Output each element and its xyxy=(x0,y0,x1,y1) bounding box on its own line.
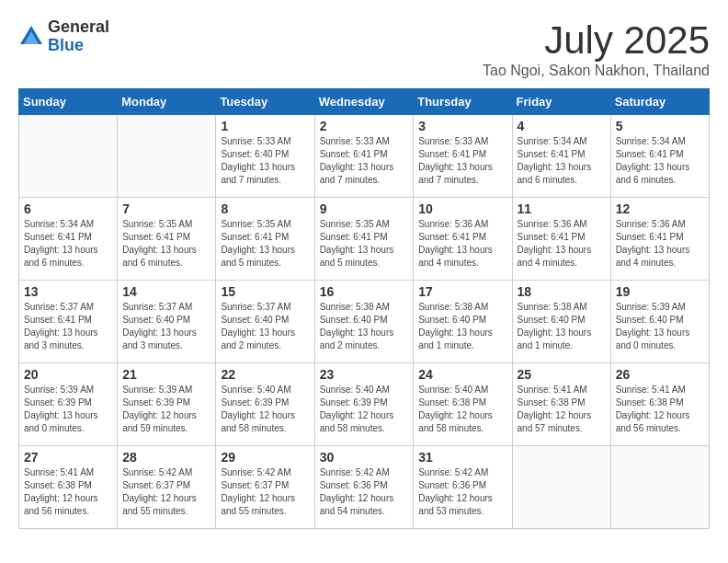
calendar-cell: 13Sunrise: 5:37 AM Sunset: 6:41 PM Dayli… xyxy=(19,281,118,363)
day-number: 20 xyxy=(24,367,112,382)
calendar-cell xyxy=(512,446,610,529)
day-number: 15 xyxy=(221,284,309,299)
day-number: 28 xyxy=(122,450,210,465)
sub-title: Tao Ngoi, Sakon Nakhon, Thailand xyxy=(483,63,710,79)
logo-icon xyxy=(18,24,44,50)
weekday-header: Saturday xyxy=(610,89,709,115)
day-info: Sunrise: 5:37 AM Sunset: 6:41 PM Dayligh… xyxy=(24,301,112,352)
day-info: Sunrise: 5:35 AM Sunset: 6:41 PM Dayligh… xyxy=(320,218,409,270)
day-info: Sunrise: 5:39 AM Sunset: 6:39 PM Dayligh… xyxy=(122,384,210,435)
calendar-cell: 3Sunrise: 5:33 AM Sunset: 6:41 PM Daylig… xyxy=(414,115,512,198)
day-number: 23 xyxy=(320,367,409,382)
calendar-cell: 19Sunrise: 5:39 AM Sunset: 6:40 PM Dayli… xyxy=(610,281,709,363)
day-info: Sunrise: 5:41 AM Sunset: 6:38 PM Dayligh… xyxy=(518,384,606,435)
day-info: Sunrise: 5:33 AM Sunset: 6:41 PM Dayligh… xyxy=(320,135,409,187)
day-number: 27 xyxy=(24,450,112,465)
day-number: 17 xyxy=(418,284,506,299)
day-number: 3 xyxy=(418,119,506,133)
day-number: 21 xyxy=(122,367,210,382)
day-number: 14 xyxy=(122,284,210,299)
day-info: Sunrise: 5:42 AM Sunset: 6:36 PM Dayligh… xyxy=(418,466,506,518)
day-number: 25 xyxy=(518,367,606,382)
calendar-cell: 20Sunrise: 5:39 AM Sunset: 6:39 PM Dayli… xyxy=(19,363,118,446)
day-info: Sunrise: 5:40 AM Sunset: 6:39 PM Dayligh… xyxy=(221,384,309,435)
day-number: 31 xyxy=(418,450,506,465)
day-info: Sunrise: 5:41 AM Sunset: 6:38 PM Dayligh… xyxy=(24,466,112,518)
day-number: 26 xyxy=(616,367,704,382)
calendar-cell: 12Sunrise: 5:36 AM Sunset: 6:41 PM Dayli… xyxy=(610,198,709,281)
calendar-cell: 30Sunrise: 5:42 AM Sunset: 6:36 PM Dayli… xyxy=(314,446,414,529)
calendar-cell: 31Sunrise: 5:42 AM Sunset: 6:36 PM Dayli… xyxy=(414,446,512,529)
page-header: General Blue July 2025 Tao Ngoi, Sakon N… xyxy=(18,18,710,79)
day-info: Sunrise: 5:37 AM Sunset: 6:40 PM Dayligh… xyxy=(221,301,309,352)
weekday-header: Sunday xyxy=(19,89,118,115)
calendar-cell: 2Sunrise: 5:33 AM Sunset: 6:41 PM Daylig… xyxy=(314,115,414,198)
day-info: Sunrise: 5:42 AM Sunset: 6:36 PM Dayligh… xyxy=(320,466,409,518)
calendar-cell: 10Sunrise: 5:36 AM Sunset: 6:41 PM Dayli… xyxy=(414,198,512,281)
calendar-cell: 6Sunrise: 5:34 AM Sunset: 6:41 PM Daylig… xyxy=(19,198,118,281)
calendar-cell: 14Sunrise: 5:37 AM Sunset: 6:40 PM Dayli… xyxy=(118,281,216,363)
day-number: 30 xyxy=(320,450,409,465)
calendar-cell: 9Sunrise: 5:35 AM Sunset: 6:41 PM Daylig… xyxy=(314,198,414,281)
day-info: Sunrise: 5:42 AM Sunset: 6:37 PM Dayligh… xyxy=(122,466,210,518)
day-number: 22 xyxy=(221,367,309,382)
day-info: Sunrise: 5:42 AM Sunset: 6:37 PM Dayligh… xyxy=(221,466,309,518)
calendar-cell: 4Sunrise: 5:34 AM Sunset: 6:41 PM Daylig… xyxy=(512,115,610,198)
day-number: 29 xyxy=(221,450,309,465)
calendar-cell: 8Sunrise: 5:35 AM Sunset: 6:41 PM Daylig… xyxy=(216,198,314,281)
day-info: Sunrise: 5:35 AM Sunset: 6:41 PM Dayligh… xyxy=(122,218,210,270)
logo-blue: Blue xyxy=(48,37,109,55)
weekday-header: Thursday xyxy=(414,89,512,115)
calendar-cell: 16Sunrise: 5:38 AM Sunset: 6:40 PM Dayli… xyxy=(314,281,414,363)
weekday-header: Wednesday xyxy=(314,89,414,115)
calendar-cell: 26Sunrise: 5:41 AM Sunset: 6:38 PM Dayli… xyxy=(610,363,709,446)
logo: General Blue xyxy=(18,18,109,55)
day-info: Sunrise: 5:38 AM Sunset: 6:40 PM Dayligh… xyxy=(418,301,506,352)
day-info: Sunrise: 5:36 AM Sunset: 6:41 PM Dayligh… xyxy=(418,218,506,270)
day-number: 19 xyxy=(616,284,704,299)
calendar-cell xyxy=(19,115,118,198)
weekday-header: Friday xyxy=(512,89,610,115)
calendar-table: SundayMondayTuesdayWednesdayThursdayFrid… xyxy=(18,88,710,529)
day-number: 8 xyxy=(221,201,309,216)
calendar-cell: 25Sunrise: 5:41 AM Sunset: 6:38 PM Dayli… xyxy=(512,363,610,446)
calendar-cell: 18Sunrise: 5:38 AM Sunset: 6:40 PM Dayli… xyxy=(512,281,610,363)
day-info: Sunrise: 5:38 AM Sunset: 6:40 PM Dayligh… xyxy=(320,301,409,352)
calendar-cell: 29Sunrise: 5:42 AM Sunset: 6:37 PM Dayli… xyxy=(216,446,314,529)
weekday-header: Tuesday xyxy=(216,89,314,115)
day-info: Sunrise: 5:38 AM Sunset: 6:40 PM Dayligh… xyxy=(518,301,606,352)
day-number: 4 xyxy=(518,119,606,133)
calendar-cell: 15Sunrise: 5:37 AM Sunset: 6:40 PM Dayli… xyxy=(216,281,314,363)
day-info: Sunrise: 5:39 AM Sunset: 6:39 PM Dayligh… xyxy=(24,384,112,435)
main-title: July 2025 xyxy=(483,18,710,63)
day-number: 7 xyxy=(122,201,210,216)
title-block: July 2025 Tao Ngoi, Sakon Nakhon, Thaila… xyxy=(483,18,710,79)
day-info: Sunrise: 5:37 AM Sunset: 6:40 PM Dayligh… xyxy=(122,301,210,352)
calendar-cell: 21Sunrise: 5:39 AM Sunset: 6:39 PM Dayli… xyxy=(118,363,216,446)
day-info: Sunrise: 5:40 AM Sunset: 6:39 PM Dayligh… xyxy=(320,384,409,435)
day-number: 10 xyxy=(418,201,506,216)
calendar-cell: 23Sunrise: 5:40 AM Sunset: 6:39 PM Dayli… xyxy=(314,363,414,446)
day-number: 6 xyxy=(24,201,112,216)
day-info: Sunrise: 5:34 AM Sunset: 6:41 PM Dayligh… xyxy=(518,135,606,187)
day-number: 11 xyxy=(518,201,606,216)
day-info: Sunrise: 5:35 AM Sunset: 6:41 PM Dayligh… xyxy=(221,218,309,270)
calendar-cell: 27Sunrise: 5:41 AM Sunset: 6:38 PM Dayli… xyxy=(19,446,118,529)
logo-text: General Blue xyxy=(48,18,109,55)
day-number: 18 xyxy=(518,284,606,299)
calendar-week-row: 20Sunrise: 5:39 AM Sunset: 6:39 PM Dayli… xyxy=(19,363,710,446)
day-number: 12 xyxy=(616,201,704,216)
calendar-cell: 11Sunrise: 5:36 AM Sunset: 6:41 PM Dayli… xyxy=(512,198,610,281)
day-number: 9 xyxy=(320,201,409,216)
day-info: Sunrise: 5:34 AM Sunset: 6:41 PM Dayligh… xyxy=(24,218,112,270)
calendar-week-row: 1Sunrise: 5:33 AM Sunset: 6:40 PM Daylig… xyxy=(19,115,710,198)
calendar-cell: 22Sunrise: 5:40 AM Sunset: 6:39 PM Dayli… xyxy=(216,363,314,446)
calendar-cell: 1Sunrise: 5:33 AM Sunset: 6:40 PM Daylig… xyxy=(216,115,314,198)
calendar-cell: 5Sunrise: 5:34 AM Sunset: 6:41 PM Daylig… xyxy=(610,115,709,198)
weekday-header: Monday xyxy=(118,89,216,115)
day-info: Sunrise: 5:40 AM Sunset: 6:38 PM Dayligh… xyxy=(418,384,506,435)
day-number: 13 xyxy=(24,284,112,299)
day-number: 2 xyxy=(320,119,409,133)
calendar-week-row: 13Sunrise: 5:37 AM Sunset: 6:41 PM Dayli… xyxy=(19,281,710,363)
calendar-cell: 7Sunrise: 5:35 AM Sunset: 6:41 PM Daylig… xyxy=(118,198,216,281)
